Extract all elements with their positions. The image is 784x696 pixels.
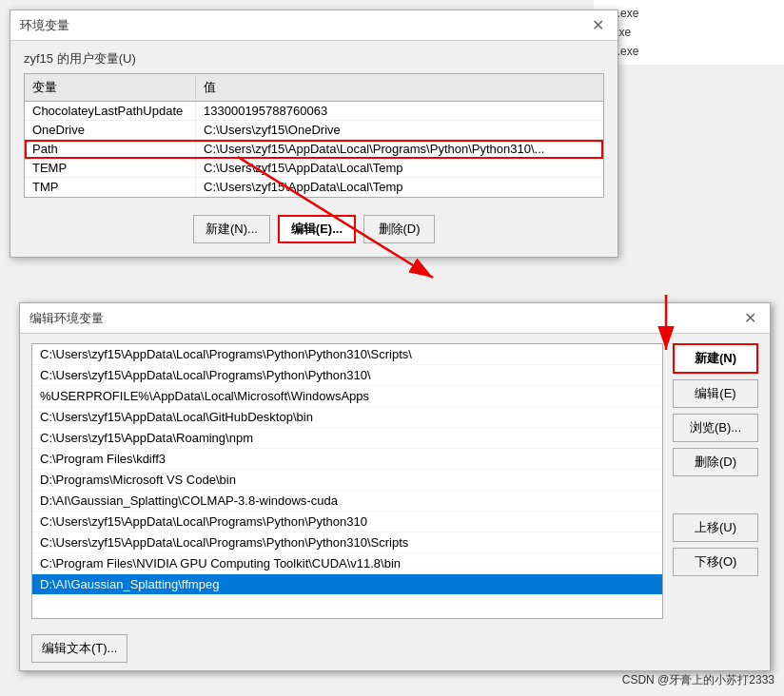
user-vars-section-title: zyf15 的用户变量(U) <box>24 50 604 68</box>
var-cell: TMP <box>25 178 196 197</box>
path-list-item[interactable]: D:\Programs\Microsoft VS Code\bin <box>32 470 662 491</box>
path-list-item[interactable]: C:\Program Files\kdiff3 <box>32 449 662 470</box>
table-header: 变量 值 <box>25 74 603 102</box>
user-vars-rows: ChocolateyLastPathUpdate1330001957887600… <box>25 102 603 197</box>
env-dialog-body: zyf15 的用户变量(U) 变量 值 ChocolateyLastPathUp… <box>10 41 617 257</box>
bg-apps-list: .eg.exe .y.exe .be.exe <box>594 0 784 65</box>
env-dialog-buttons: 新建(N)... 编辑(E)... 删除(D) <box>24 207 604 247</box>
table-row[interactable]: ChocolateyLastPathUpdate1330001957887600… <box>25 102 603 121</box>
user-vars-table: 变量 值 ChocolateyLastPathUpdate13300019578… <box>24 73 604 198</box>
edit-dialog-titlebar: 编辑环境变量 ✕ <box>20 303 770 334</box>
val-cell: C:\Users\zyf15\AppData\Local\Temp <box>196 159 603 177</box>
bg-app-3: .be.exe <box>601 42 776 61</box>
table-row[interactable]: TEMPC:\Users\zyf15\AppData\Local\Temp <box>25 159 603 178</box>
edit-dialog-close-button[interactable]: ✕ <box>740 309 760 327</box>
val-cell: C:\Users\zyf15\OneDrive <box>196 121 603 139</box>
edit-env-dialog: 编辑环境变量 ✕ C:\Users\zyf15\AppData\Local\Pr… <box>19 302 771 671</box>
var-cell: TEMP <box>25 159 196 177</box>
edit-footer: 编辑文本(T)... <box>20 628 770 670</box>
env-variables-dialog: 环境变量 ✕ zyf15 的用户变量(U) 变量 值 ChocolateyLas… <box>10 10 618 258</box>
delete-env-button[interactable]: 删除(D) <box>363 215 435 243</box>
table-row[interactable]: TMPC:\Users\zyf15\AppData\Local\Temp <box>25 178 603 197</box>
edit-dialog-body: C:\Users\zyf15\AppData\Local\Programs\Py… <box>20 334 770 628</box>
col-var-header: 变量 <box>25 77 196 98</box>
bg-app-1: .eg.exe <box>601 4 776 23</box>
var-cell: OneDrive <box>25 121 196 139</box>
table-row[interactable]: OneDriveC:\Users\zyf15\OneDrive <box>25 121 603 140</box>
edit-new-button[interactable]: 新建(N) <box>673 343 758 374</box>
watermark: CSDN @牙膏上的小苏打2333 <box>622 672 774 688</box>
path-list-item[interactable]: D:\AI\Gaussian_Splatting\COLMAP-3.8-wind… <box>32 491 662 512</box>
env-dialog-close-button[interactable]: ✕ <box>588 16 608 34</box>
edit-down-button[interactable]: 下移(O) <box>673 548 758 576</box>
env-dialog-titlebar: 环境变量 ✕ <box>10 10 617 41</box>
edit-dialog-title: 编辑环境变量 <box>29 310 104 327</box>
path-list-item[interactable]: C:\Users\zyf15\AppData\Local\GitHubDeskt… <box>32 407 662 428</box>
var-cell: ChocolateyLastPathUpdate <box>25 102 196 120</box>
path-list-item[interactable]: C:\Users\zyf15\AppData\Local\Programs\Py… <box>32 512 662 532</box>
path-list-item[interactable]: C:\Users\zyf15\AppData\Roaming\npm <box>32 428 662 449</box>
col-val-header: 值 <box>196 77 603 98</box>
path-list-item[interactable]: C:\Program Files\NVIDIA GPU Computing To… <box>32 553 662 574</box>
edit-browse-button[interactable]: 浏览(B)... <box>673 414 758 442</box>
val-cell: C:\Users\zyf15\AppData\Local\Programs\Py… <box>196 140 603 158</box>
path-list-item[interactable]: C:\Users\zyf15\AppData\Local\Programs\Py… <box>32 365 662 386</box>
table-row[interactable]: PathC:\Users\zyf15\AppData\Local\Program… <box>25 140 603 159</box>
val-cell: 133000195788760063 <box>196 102 603 120</box>
edit-delete-button[interactable]: 删除(D) <box>673 448 758 476</box>
edit-text-button[interactable]: 编辑文本(T)... <box>31 634 127 663</box>
edit-up-button[interactable]: 上移(U) <box>673 513 758 542</box>
new-env-button[interactable]: 新建(N)... <box>193 215 270 243</box>
path-list-items: C:\Users\zyf15\AppData\Local\Programs\Py… <box>32 344 662 595</box>
edit-env-button[interactable]: 编辑(E)... <box>278 215 356 243</box>
var-cell: Path <box>25 140 196 158</box>
edit-edit-button[interactable]: 编辑(E) <box>673 379 758 408</box>
env-dialog-title: 环境变量 <box>20 17 69 34</box>
bg-app-2: .y.exe <box>601 23 776 42</box>
val-cell: C:\Users\zyf15\AppData\Local\Temp <box>196 178 603 197</box>
path-list-item[interactable]: D:\AI\Gaussian_Splatting\ffmpeg <box>32 574 662 595</box>
path-list-item[interactable]: %USERPROFILE%\AppData\Local\Microsoft\Wi… <box>32 386 662 407</box>
path-list[interactable]: C:\Users\zyf15\AppData\Local\Programs\Py… <box>31 343 663 619</box>
path-list-item[interactable]: C:\Users\zyf15\AppData\Local\Programs\Py… <box>32 532 662 553</box>
edit-side-buttons: 新建(N) 编辑(E) 浏览(B)... 删除(D) 上移(U) 下移(O) <box>673 343 758 619</box>
path-list-item[interactable]: C:\Users\zyf15\AppData\Local\Programs\Py… <box>32 344 662 365</box>
